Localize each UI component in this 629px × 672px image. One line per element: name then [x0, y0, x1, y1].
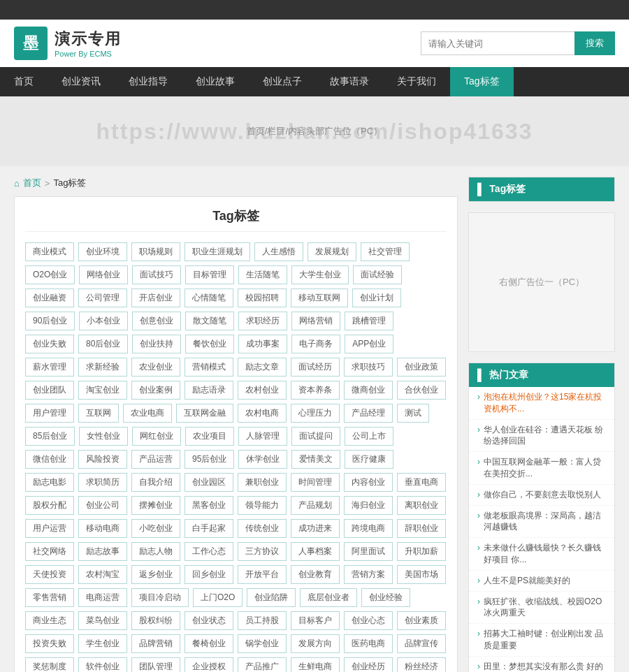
tag-item[interactable]: 锅学创业 — [238, 634, 287, 653]
tag-item[interactable]: 三方协议 — [238, 542, 287, 561]
tag-item[interactable]: 创业扶持 — [132, 335, 181, 353]
tag-item[interactable]: 学生创业 — [78, 634, 127, 653]
tag-item[interactable]: O2O创业 — [25, 265, 75, 284]
tag-item[interactable]: 兼职创业 — [238, 473, 287, 492]
tag-item[interactable]: 开放平台 — [238, 565, 287, 584]
tag-item[interactable]: 工作心态 — [185, 542, 233, 561]
tag-item[interactable]: 创业园区 — [185, 473, 233, 492]
tag-item[interactable]: 微信创业 — [25, 450, 74, 469]
tag-item[interactable]: 休学创业 — [238, 450, 287, 469]
tag-item[interactable]: 合伙创业 — [397, 381, 446, 400]
tag-item[interactable]: 资本养条 — [291, 381, 340, 400]
tag-item[interactable]: 测试 — [397, 404, 429, 423]
hot-article-link[interactable]: 做老板眼高境界：深局高，越洁河越赚钱 — [484, 510, 606, 534]
tag-item[interactable]: 垂直电商 — [397, 473, 446, 492]
tag-item[interactable]: 餐椅创业 — [185, 634, 233, 653]
tag-item[interactable]: 创业教育 — [291, 565, 340, 584]
hot-article-link[interactable]: 做你自己，不要刻意去取悦别人 — [484, 489, 601, 501]
tag-item[interactable]: 商业生态 — [25, 611, 74, 630]
tag-item[interactable]: 人事档案 — [291, 542, 340, 561]
tag-item[interactable]: 小吃创业 — [131, 519, 180, 538]
breadcrumb-home[interactable]: 首页 — [23, 177, 41, 189]
tag-item[interactable]: 天使投资 — [25, 565, 74, 584]
tag-item[interactable]: 自我介绍 — [131, 473, 180, 492]
tag-item[interactable]: 菜鸟创业 — [78, 611, 127, 630]
tag-item[interactable]: 励志语录 — [185, 381, 233, 400]
tag-item[interactable]: 目标客户 — [291, 611, 340, 630]
tag-item[interactable]: 人生感悟 — [254, 242, 303, 261]
tag-item[interactable]: 互联网金融 — [176, 404, 233, 423]
hot-article-link[interactable]: 中国互联网金融革一般：富人贷在美招交折... — [484, 456, 606, 480]
tag-item[interactable]: 农村电商 — [238, 404, 287, 423]
tag-item[interactable]: 医药电商 — [344, 634, 393, 653]
tag-item[interactable]: 创业经历 — [344, 657, 393, 672]
tag-item[interactable]: 产品推广 — [238, 657, 287, 672]
tag-item[interactable]: 创业失败 — [25, 335, 74, 353]
tag-item[interactable]: 海归创业 — [344, 496, 393, 515]
tag-item[interactable]: 产品经理 — [344, 404, 393, 423]
tag-item[interactable]: 创业经验 — [361, 588, 410, 607]
tag-item[interactable]: 社交网络 — [25, 542, 74, 561]
tag-item[interactable]: 美国市场 — [397, 565, 446, 584]
tag-item[interactable]: 企业授权 — [185, 657, 233, 672]
tag-item[interactable]: 求职技巧 — [344, 358, 393, 377]
tag-item[interactable]: 股权分配 — [25, 496, 74, 515]
tag-item[interactable]: 跨境电商 — [344, 519, 393, 538]
tag-item[interactable]: 白手起家 — [185, 519, 233, 538]
tag-item[interactable]: 软件创业 — [78, 657, 127, 672]
tag-item[interactable]: 奖惩制度 — [25, 657, 74, 672]
hot-article-link[interactable]: 未来做什么赚钱最快？长久赚钱好项目 你... — [484, 542, 606, 566]
tag-item[interactable]: 面试经验 — [353, 265, 402, 284]
tag-item[interactable]: 创业状态 — [185, 611, 233, 630]
tag-item[interactable]: 领导能力 — [238, 496, 287, 515]
tag-item[interactable]: 回乡创业 — [185, 565, 233, 584]
nav-item-创业故事[interactable]: 创业故事 — [182, 67, 249, 96]
nav-item-Tag标签[interactable]: Tag标签 — [450, 67, 514, 96]
tag-item[interactable]: 升职加薪 — [397, 542, 446, 561]
tag-item[interactable]: 发展方向 — [291, 634, 340, 653]
tag-item[interactable]: 公司上市 — [345, 427, 393, 446]
tag-item[interactable]: 职业生涯规划 — [185, 242, 250, 261]
tag-item[interactable]: 80后创业 — [78, 335, 128, 353]
tag-item[interactable]: 餐饮创业 — [185, 335, 234, 353]
tag-item[interactable]: 励志电影 — [25, 473, 74, 492]
register-link[interactable]: 注册 — [600, 4, 619, 15]
tag-item[interactable]: 电商运营 — [78, 588, 127, 607]
nav-item-首页[interactable]: 首页 — [0, 67, 48, 96]
tag-item[interactable]: 目标管理 — [185, 265, 234, 284]
tag-item[interactable]: 公司管理 — [78, 288, 127, 307]
tag-item[interactable]: 摆摊创业 — [131, 496, 180, 515]
tag-item[interactable]: 淘宝创业 — [78, 381, 127, 400]
tag-item[interactable]: 女性创业 — [79, 427, 128, 446]
tag-item[interactable]: 爱情美文 — [291, 450, 340, 469]
login-link[interactable]: 登录 — [579, 4, 598, 15]
tag-item[interactable]: 生鲜电商 — [291, 657, 340, 672]
tag-item[interactable]: 创业融资 — [25, 288, 74, 307]
search-input[interactable] — [421, 31, 574, 55]
tag-item[interactable]: 产品运营 — [131, 450, 180, 469]
tag-item[interactable]: 用户管理 — [25, 404, 74, 423]
tag-item[interactable]: 网红创业 — [132, 427, 181, 446]
tag-item[interactable]: 创业计划 — [352, 288, 401, 307]
tag-item[interactable]: 生活随笔 — [238, 265, 287, 284]
tag-item[interactable]: 农村创业 — [238, 381, 287, 400]
hot-article-link[interactable]: 田里：梦想其实没有那么贵 好的创业家根... — [484, 661, 606, 672]
tag-item[interactable]: 网络创业 — [79, 265, 128, 284]
tag-item[interactable]: 创业环境 — [78, 242, 127, 261]
tag-item[interactable]: 励志文章 — [238, 358, 287, 377]
tag-item[interactable]: 小本创业 — [79, 312, 128, 330]
tag-item[interactable]: 农业电商 — [123, 404, 172, 423]
tag-item[interactable]: 求职经历 — [238, 312, 287, 330]
nav-item-创业指导[interactable]: 创业指导 — [115, 67, 182, 96]
tag-item[interactable]: 时间管理 — [291, 473, 340, 492]
tag-item[interactable]: 农村淘宝 — [78, 565, 127, 584]
tag-item[interactable]: 返乡创业 — [131, 565, 180, 584]
tag-item[interactable]: 内容创业 — [344, 473, 393, 492]
tag-item[interactable]: 农业项目 — [185, 427, 234, 446]
tag-item[interactable]: 移动电商 — [78, 519, 127, 538]
tag-item[interactable]: 社交管理 — [361, 242, 410, 261]
tag-item[interactable]: 薪水管理 — [25, 358, 74, 377]
tag-item[interactable]: 创业陷阱 — [247, 588, 296, 607]
tag-item[interactable]: 成功进来 — [291, 519, 340, 538]
tag-item[interactable]: 底层创业者 — [300, 588, 357, 607]
